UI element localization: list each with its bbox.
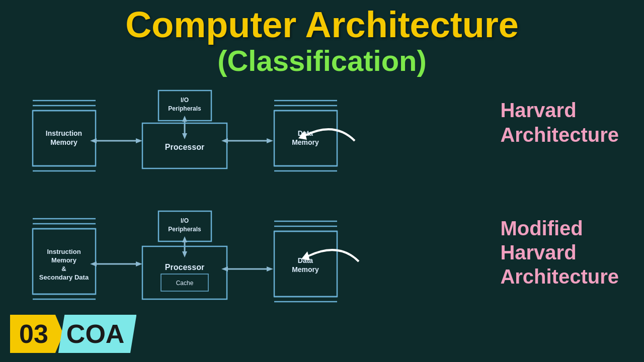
- bottom-badge: 03 COA: [10, 315, 136, 353]
- title-section: Computer Architecture (Classification): [0, 5, 644, 77]
- svg-text:Instruction: Instruction: [47, 248, 80, 255]
- svg-text:Processor: Processor: [165, 263, 204, 272]
- modified-harvard-arrow-svg: [253, 229, 369, 279]
- badge-number: 03: [10, 315, 63, 353]
- svg-text:I/O: I/O: [181, 217, 189, 224]
- svg-text:Memory: Memory: [51, 256, 77, 264]
- svg-text:Peripherals: Peripherals: [168, 226, 201, 233]
- svg-marker-64: [301, 251, 310, 260]
- svg-text:Secondary Data: Secondary Data: [39, 274, 89, 281]
- svg-marker-47: [182, 236, 187, 242]
- main-title: Computer Architecture: [0, 5, 644, 45]
- svg-marker-29: [298, 131, 307, 140]
- svg-marker-55: [221, 266, 228, 272]
- svg-marker-8: [136, 138, 142, 143]
- svg-text:Peripherals: Peripherals: [168, 105, 201, 112]
- instruction-memory-label: Instruction: [46, 129, 82, 137]
- svg-marker-15: [182, 133, 187, 139]
- harvard-arrow-svg: [254, 111, 365, 161]
- svg-text:&: &: [61, 265, 66, 273]
- svg-marker-48: [182, 251, 187, 257]
- harvard-diagram: Instruction Memory I/O Peripherals Proce…: [13, 83, 355, 186]
- modified-harvard-label: ModifiedHarvardArchitecture: [500, 216, 619, 289]
- svg-text:Memory: Memory: [50, 138, 77, 146]
- svg-marker-20: [221, 138, 228, 143]
- svg-marker-42: [90, 261, 97, 266]
- modified-harvard-diagram: Instruction Memory & Secondary Data I/O …: [13, 204, 365, 311]
- svg-text:Cache: Cache: [176, 280, 194, 287]
- svg-text:Processor: Processor: [165, 143, 204, 151]
- harvard-label: HarvardArchitecture: [500, 98, 619, 147]
- svg-marker-14: [182, 116, 187, 122]
- sub-title: (Classification): [0, 45, 644, 77]
- svg-marker-41: [136, 261, 142, 266]
- svg-text:I/O: I/O: [181, 97, 189, 104]
- svg-marker-9: [90, 138, 97, 143]
- badge-coa: COA: [58, 315, 137, 353]
